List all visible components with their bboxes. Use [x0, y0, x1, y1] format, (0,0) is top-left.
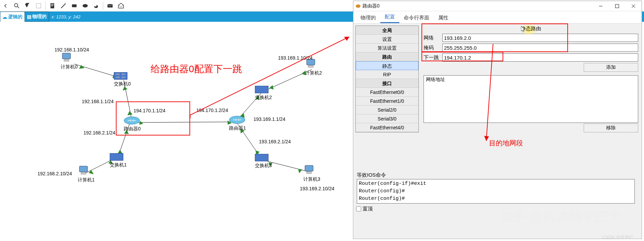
switch-icon: [255, 154, 269, 161]
tab-config[interactable]: 配置: [380, 12, 399, 23]
device-label: 交换机3: [255, 163, 272, 169]
switch-icon: [110, 153, 123, 161]
toolbar-separator: [45, 2, 46, 10]
close-button[interactable]: [625, 1, 642, 11]
footer-watermark: CSDN @呋喃吖: [602, 234, 634, 240]
note-icon[interactable]: [47, 1, 58, 11]
red-highlight-network-mask: [421, 23, 568, 52]
svg-rect-47: [255, 154, 269, 161]
server-icon: ▤: [27, 14, 31, 19]
svg-rect-6: [72, 4, 76, 7]
red-highlight-router0: [116, 101, 190, 135]
svg-rect-44: [110, 153, 123, 161]
tab-label: 物理的: [32, 14, 47, 20]
panel-item-interface[interactable]: FastEthernet4/0: [356, 123, 418, 132]
panel-item-rip[interactable]: RIP: [356, 70, 418, 79]
device-label: 计算机1: [78, 177, 95, 183]
device-label: 交换机1: [110, 162, 127, 168]
switch-icon: [114, 72, 127, 80]
search-icon[interactable]: [12, 1, 22, 11]
device-switch2[interactable]: 交换机2: [255, 86, 272, 101]
svg-rect-4: [51, 5, 54, 5]
svg-point-51: [356, 4, 361, 8]
panel-item-interface[interactable]: FastEthernet1/0: [356, 97, 418, 106]
tab-cli[interactable]: 命令行界面: [399, 13, 434, 23]
panel-heading-routing: 路由: [356, 52, 418, 61]
route-list-area[interactable]: 网络地址: [424, 75, 638, 123]
add-button[interactable]: 添加: [584, 63, 638, 72]
svg-rect-38: [114, 72, 127, 80]
maximize-button[interactable]: [609, 1, 625, 11]
device-pc0[interactable]: 计算机0: [61, 52, 78, 70]
ip-label: 192.168.1.10/24: [55, 47, 89, 52]
cursor-coordinates: x: 1233, y: 242: [51, 14, 80, 19]
minimize-button[interactable]: [593, 1, 609, 11]
envelope-open-icon[interactable]: [116, 1, 126, 11]
remove-button[interactable]: 移除: [584, 124, 638, 132]
dialog-titlebar[interactable]: 路由器0: [353, 1, 642, 11]
panel-item-interface[interactable]: Serial3/0: [356, 114, 418, 123]
panel-item-settings[interactable]: 设置: [356, 35, 418, 44]
panel-item-algorithm[interactable]: 算法设置: [356, 44, 418, 52]
svg-point-40: [229, 116, 245, 124]
freeform-icon[interactable]: [91, 1, 101, 11]
device-label: 交换机0: [114, 81, 131, 87]
line-icon[interactable]: [58, 1, 68, 11]
svg-rect-43: [308, 65, 313, 67]
back-icon[interactable]: [1, 1, 11, 11]
ip-label: 192.168.1.1/24: [82, 99, 113, 104]
panel-item-interface[interactable]: FastEthernet0/0: [356, 88, 418, 97]
panel-heading-global: 全局: [356, 26, 418, 35]
device-switch0[interactable]: 交换机0: [114, 72, 131, 87]
resize-icon[interactable]: [33, 1, 44, 11]
device-label: 计算机3: [303, 176, 320, 182]
ip-label: 192.168.2.1/24: [83, 130, 115, 135]
ip-label: 193.169.2.1/24: [259, 139, 291, 144]
router-config-dialog: 路由器0 物理的 配置 命令行界面 属性 全局 设置 算法设置 路由 静态 RI…: [353, 1, 642, 239]
dialog-title: 路由器0: [363, 3, 380, 9]
device-router1[interactable]: 路由器1: [229, 116, 246, 131]
annotation-config-title: 给路由器0配置下一跳: [151, 63, 242, 76]
ellipse-icon[interactable]: [80, 1, 90, 11]
tab-physical[interactable]: ▤ 物理的: [25, 12, 49, 22]
tab-logical[interactable]: ☁ 逻辑的: [0, 12, 25, 22]
svg-marker-31: [298, 169, 302, 173]
device-label: 交换机2: [255, 95, 272, 101]
svg-rect-1: [36, 3, 41, 8]
tab-attributes[interactable]: 属性: [434, 13, 453, 23]
router-icon: [229, 116, 245, 124]
cloud-icon: ☁: [2, 14, 7, 20]
device-label: 路由器1: [229, 125, 246, 131]
device-switch3[interactable]: 交换机3: [255, 154, 272, 169]
delete-selector-icon[interactable]: [22, 1, 33, 11]
switch-icon: [255, 86, 269, 93]
envelope-closed-icon[interactable]: [105, 1, 115, 11]
pc-icon: [303, 165, 315, 175]
svg-point-0: [14, 3, 18, 7]
panel-item-static[interactable]: 静态: [356, 61, 418, 70]
device-switch1[interactable]: 交换机1: [110, 153, 127, 168]
panel-heading-interfaces: 接口: [356, 79, 418, 88]
rect-icon[interactable]: [69, 1, 79, 11]
device-label: 计算机0: [61, 64, 78, 70]
svg-marker-53: [484, 136, 489, 141]
router-app-icon: [355, 3, 361, 9]
panel-item-interface[interactable]: Serial2/0: [356, 106, 418, 114]
svg-rect-37: [64, 59, 69, 61]
tab-label: 逻辑的: [8, 14, 22, 20]
device-pc3[interactable]: 计算机3: [303, 165, 320, 182]
list-header: 网络地址: [426, 77, 445, 82]
ip-label: 193.169.1.1/24: [254, 116, 285, 122]
svg-rect-46: [81, 172, 86, 174]
device-pc2[interactable]: 计算机2: [305, 59, 322, 76]
svg-rect-49: [307, 172, 311, 174]
dialog-tabs: 物理的 配置 命令行界面 属性: [353, 11, 642, 23]
pc-icon: [61, 52, 72, 63]
config-side-panel: 全局 设置 算法设置 路由 静态 RIP 接口 FastEthernet0/0 …: [355, 26, 419, 132]
svg-rect-48: [305, 165, 313, 171]
device-pc1[interactable]: 计算机1: [78, 165, 95, 183]
svg-rect-45: [79, 166, 88, 172]
tab-physical[interactable]: 物理的: [356, 13, 380, 23]
ip-label: 194.170.1.2/24: [196, 108, 228, 113]
svg-rect-41: [255, 86, 269, 93]
